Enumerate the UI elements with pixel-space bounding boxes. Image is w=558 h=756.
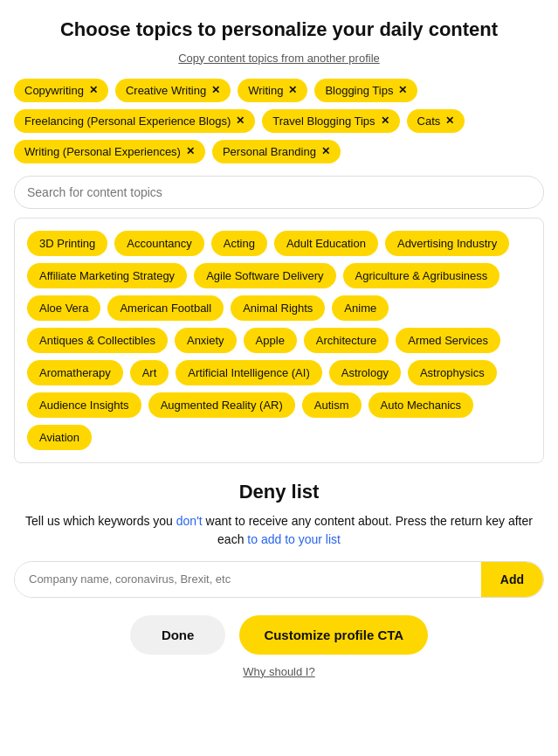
bottom-buttons: Done Customize profile CTA bbox=[14, 615, 544, 655]
topic-tag[interactable]: Autism bbox=[302, 392, 362, 418]
remove-tag-icon[interactable]: ✕ bbox=[211, 84, 220, 96]
topic-tag[interactable]: Acting bbox=[211, 231, 267, 256]
done-button[interactable]: Done bbox=[130, 615, 226, 655]
selected-tag[interactable]: Copywriting✕ bbox=[14, 79, 108, 102]
remove-tag-icon[interactable]: ✕ bbox=[381, 114, 389, 127]
selected-tag[interactable]: Travel Blogging Tips✕ bbox=[262, 109, 399, 133]
topic-tag[interactable]: Astrophysics bbox=[408, 360, 497, 385]
topic-tag[interactable]: Augmented Reality (AR) bbox=[148, 392, 295, 418]
add-button[interactable]: Add bbox=[481, 562, 543, 597]
topic-tag[interactable]: Adult Education bbox=[274, 231, 378, 256]
topics-scroll-area[interactable]: 3D PrintingAccountancyActingAdult Educat… bbox=[14, 218, 544, 463]
why-link[interactable]: Why should I? bbox=[14, 665, 544, 678]
selected-tag[interactable]: Creative Writing✕ bbox=[115, 79, 231, 102]
topics-list: 3D PrintingAccountancyActingAdult Educat… bbox=[27, 231, 531, 450]
topic-tag[interactable]: Antiques & Collectibles bbox=[27, 328, 168, 353]
topic-tag[interactable]: Anime bbox=[332, 295, 389, 321]
tag-label: Blogging Tips bbox=[325, 84, 393, 97]
selected-tag[interactable]: Writing✕ bbox=[238, 79, 307, 102]
topic-tag[interactable]: Accountancy bbox=[114, 231, 203, 256]
topic-tag[interactable]: Agriculture & Agribusiness bbox=[343, 263, 500, 288]
selected-topics-container: Copywriting✕Creative Writing✕Writing✕Blo… bbox=[14, 79, 544, 163]
selected-tag[interactable]: Writing (Personal Experiences)✕ bbox=[14, 140, 205, 163]
deny-input[interactable] bbox=[15, 562, 481, 597]
deny-desc-highlight2: to add to your list bbox=[247, 532, 341, 546]
topic-tag[interactable]: Affiliate Marketing Strategy bbox=[27, 263, 187, 288]
topic-tag[interactable]: Armed Services bbox=[396, 328, 500, 353]
tag-label: Personal Branding bbox=[223, 145, 316, 158]
deny-title: Deny list bbox=[14, 481, 544, 503]
topic-tag[interactable]: Auto Mechanics bbox=[369, 392, 474, 418]
copy-content-link[interactable]: Copy content topics from another profile bbox=[14, 52, 544, 65]
search-input[interactable] bbox=[14, 176, 544, 209]
topic-tag[interactable]: Art bbox=[130, 360, 169, 385]
topic-tag[interactable]: Animal Rights bbox=[231, 295, 325, 321]
topic-tag[interactable]: Agile Software Delivery bbox=[194, 263, 335, 288]
remove-tag-icon[interactable]: ✕ bbox=[236, 114, 245, 127]
topic-tag[interactable]: Architecture bbox=[304, 328, 389, 353]
topic-tag[interactable]: 3D Printing bbox=[27, 231, 107, 256]
remove-tag-icon[interactable]: ✕ bbox=[321, 145, 330, 157]
topic-tag[interactable]: Astrology bbox=[329, 360, 401, 385]
topic-tag[interactable]: Apple bbox=[244, 328, 297, 353]
customize-button[interactable]: Customize profile CTA bbox=[239, 615, 428, 655]
tag-label: Freelancing (Personal Experience Blogs) bbox=[24, 114, 231, 128]
tag-label: Travel Blogging Tips bbox=[272, 114, 375, 128]
topic-tag[interactable]: Anxiety bbox=[175, 328, 237, 353]
tag-label: Creative Writing bbox=[126, 84, 206, 97]
selected-tag[interactable]: Blogging Tips✕ bbox=[314, 79, 417, 102]
remove-tag-icon[interactable]: ✕ bbox=[186, 145, 195, 157]
topic-tag[interactable]: Aromatherapy bbox=[27, 360, 123, 385]
topic-tag[interactable]: Aviation bbox=[27, 425, 92, 450]
page-container: Choose topics to personalize your daily … bbox=[0, 0, 558, 696]
page-title: Choose topics to personalize your daily … bbox=[14, 17, 544, 43]
tag-label: Writing (Personal Experiences) bbox=[24, 145, 181, 158]
topic-tag[interactable]: American Football bbox=[107, 295, 224, 321]
remove-tag-icon[interactable]: ✕ bbox=[398, 84, 407, 96]
remove-tag-icon[interactable]: ✕ bbox=[89, 84, 98, 96]
tag-label: Writing bbox=[248, 84, 283, 97]
topic-tag[interactable]: Aloe Vera bbox=[27, 295, 100, 321]
deny-section: Deny list Tell us which keywords you don… bbox=[14, 481, 544, 598]
topic-tag[interactable]: Artificial Intelligence (AI) bbox=[176, 360, 321, 385]
deny-description: Tell us which keywords you don't want to… bbox=[14, 512, 544, 549]
deny-desc-highlight1: don't bbox=[176, 514, 203, 528]
topic-tag[interactable]: Audience Insights bbox=[27, 392, 141, 418]
topic-tag[interactable]: Advertising Industry bbox=[385, 231, 509, 256]
selected-tag[interactable]: Personal Branding✕ bbox=[212, 140, 341, 163]
deny-input-row: Add bbox=[14, 561, 544, 598]
search-container bbox=[14, 176, 544, 209]
remove-tag-icon[interactable]: ✕ bbox=[445, 114, 454, 127]
remove-tag-icon[interactable]: ✕ bbox=[288, 84, 297, 96]
tag-label: Cats bbox=[417, 114, 441, 128]
tag-label: Copywriting bbox=[24, 84, 84, 97]
selected-tag[interactable]: Freelancing (Personal Experience Blogs)✕ bbox=[14, 109, 255, 133]
selected-tag[interactable]: Cats✕ bbox=[407, 109, 465, 133]
